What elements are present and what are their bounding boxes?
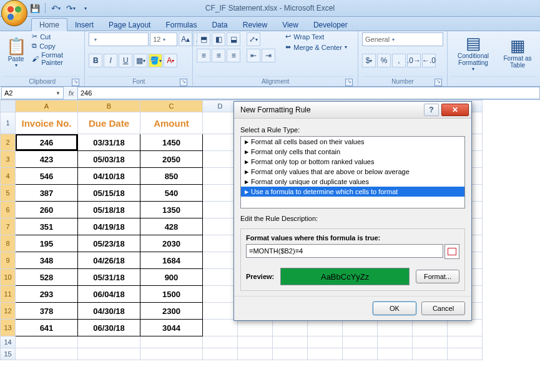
cell[interactable] bbox=[16, 348, 78, 360]
name-box[interactable]: A2 ▼ bbox=[1, 87, 64, 99]
conditional-formatting-button[interactable]: ▤ Conditional Formatting▾ bbox=[451, 32, 495, 74]
number-format-combo[interactable]: General▾ bbox=[362, 32, 443, 46]
cell[interactable]: 246 bbox=[16, 134, 78, 151]
cell[interactable] bbox=[413, 320, 448, 336]
cell[interactable]: 05/03/18 bbox=[78, 151, 140, 168]
tab-home[interactable]: Home bbox=[31, 18, 67, 31]
row-header[interactable]: 8 bbox=[1, 235, 16, 252]
row-header[interactable]: 4 bbox=[1, 168, 16, 185]
cell[interactable] bbox=[203, 303, 238, 320]
cell[interactable]: 03/31/18 bbox=[78, 134, 140, 151]
italic-button[interactable]: I bbox=[104, 54, 117, 67]
tab-view[interactable]: View bbox=[275, 19, 306, 31]
orientation-icon[interactable]: ⤢▾ bbox=[247, 32, 260, 46]
paste-button[interactable]: 📋 Paste ▾ bbox=[4, 32, 28, 74]
cell[interactable] bbox=[413, 348, 448, 360]
cell[interactable]: 2030 bbox=[140, 235, 203, 252]
row-header[interactable]: 13 bbox=[1, 320, 16, 336]
cell[interactable] bbox=[273, 320, 308, 336]
cell[interactable]: 260 bbox=[16, 202, 78, 218]
select-all-corner[interactable] bbox=[1, 100, 16, 112]
dialog-titlebar[interactable]: New Formatting Rule ? ✕ bbox=[234, 102, 471, 119]
tab-developer[interactable]: Developer bbox=[306, 19, 355, 31]
cell[interactable]: 850 bbox=[140, 168, 203, 185]
cell[interactable]: 351 bbox=[16, 218, 78, 235]
row-header[interactable]: 9 bbox=[1, 252, 16, 269]
cell[interactable] bbox=[203, 202, 238, 218]
row-header[interactable]: 5 bbox=[1, 185, 16, 202]
cut-button[interactable]: ✂Cut bbox=[32, 32, 81, 41]
rule-type-item[interactable]: ▶Use a formula to determine which cells … bbox=[241, 187, 464, 197]
fx-icon[interactable]: fx bbox=[65, 89, 77, 97]
align-left-icon[interactable]: ≡ bbox=[197, 49, 210, 62]
cell[interactable]: 900 bbox=[140, 269, 203, 286]
cell[interactable]: 1684 bbox=[140, 252, 203, 269]
cell[interactable]: 05/31/18 bbox=[78, 269, 140, 286]
merge-center-button[interactable]: ⬌Merge & Center ▾ bbox=[285, 43, 347, 51]
format-painter-button[interactable]: 🖌Format Painter bbox=[32, 51, 81, 66]
cell[interactable] bbox=[203, 252, 238, 269]
cell[interactable] bbox=[343, 320, 378, 336]
help-icon[interactable]: ? bbox=[424, 104, 439, 116]
header-cell[interactable]: Invoice No. bbox=[16, 112, 78, 134]
font-family-combo[interactable]: ▾ bbox=[89, 32, 149, 46]
close-icon[interactable]: ✕ bbox=[441, 104, 469, 116]
cell[interactable]: 293 bbox=[16, 286, 78, 303]
cell[interactable]: 04/19/18 bbox=[78, 218, 140, 235]
align-center-icon[interactable]: ≡ bbox=[212, 49, 225, 62]
cell[interactable] bbox=[203, 112, 238, 134]
cell[interactable]: 528 bbox=[16, 269, 78, 286]
format-button[interactable]: Format... bbox=[416, 270, 459, 283]
copy-button[interactable]: ⧉Copy bbox=[32, 42, 81, 50]
cell[interactable]: 04/30/18 bbox=[78, 303, 140, 320]
row-header[interactable]: 7 bbox=[1, 218, 16, 235]
header-cell[interactable]: Amount bbox=[140, 112, 203, 134]
cell[interactable]: 3044 bbox=[140, 320, 203, 336]
cell[interactable] bbox=[273, 336, 308, 348]
cell[interactable] bbox=[203, 336, 238, 348]
font-color-button[interactable]: A▾ bbox=[164, 54, 177, 67]
cell[interactable] bbox=[343, 336, 378, 348]
column-header[interactable]: C bbox=[140, 100, 203, 112]
cell[interactable] bbox=[78, 348, 140, 360]
cell[interactable] bbox=[378, 348, 413, 360]
rule-type-item[interactable]: ▶Format only cells that contain bbox=[241, 147, 464, 157]
cell[interactable]: 195 bbox=[16, 235, 78, 252]
cell[interactable]: 348 bbox=[16, 252, 78, 269]
row-header[interactable]: 12 bbox=[1, 303, 16, 320]
dialog-launcher-icon[interactable]: ↘ bbox=[72, 79, 79, 86]
cell[interactable]: 540 bbox=[140, 185, 203, 202]
bold-button[interactable]: B bbox=[89, 54, 102, 67]
row-header[interactable]: 2 bbox=[1, 134, 16, 151]
tab-insert[interactable]: Insert bbox=[67, 19, 101, 31]
cell[interactable]: 04/26/18 bbox=[78, 252, 140, 269]
tab-formulas[interactable]: Formulas bbox=[158, 19, 204, 31]
rule-type-item[interactable]: ▶Format only top or bottom ranked values bbox=[241, 157, 464, 167]
cell[interactable]: 06/04/18 bbox=[78, 286, 140, 303]
cell[interactable]: 05/18/18 bbox=[78, 202, 140, 218]
cancel-button[interactable]: Cancel bbox=[421, 301, 465, 315]
rule-type-list[interactable]: ▶Format all cells based on their values▶… bbox=[240, 136, 465, 208]
align-top-icon[interactable]: ⬒ bbox=[197, 32, 210, 46]
underline-button[interactable]: U bbox=[119, 54, 132, 67]
cell[interactable]: 05/23/18 bbox=[78, 235, 140, 252]
cell[interactable]: 1350 bbox=[140, 202, 203, 218]
column-header[interactable]: D bbox=[203, 100, 238, 112]
cell[interactable] bbox=[238, 336, 273, 348]
tab-page-layout[interactable]: Page Layout bbox=[101, 19, 158, 31]
border-button[interactable]: ▦▾ bbox=[134, 54, 147, 67]
formula-input[interactable]: 246 bbox=[77, 87, 540, 99]
cell[interactable]: 2050 bbox=[140, 151, 203, 168]
cell[interactable] bbox=[140, 348, 203, 360]
percent-icon[interactable]: % bbox=[377, 54, 391, 67]
office-button[interactable] bbox=[1, 0, 27, 26]
cell[interactable] bbox=[343, 348, 378, 360]
cell[interactable] bbox=[203, 348, 238, 360]
font-size-combo[interactable]: 12▾ bbox=[150, 32, 177, 46]
cell[interactable]: 2300 bbox=[140, 303, 203, 320]
cell[interactable] bbox=[203, 185, 238, 202]
cell[interactable]: 387 bbox=[16, 185, 78, 202]
cell[interactable] bbox=[308, 320, 343, 336]
dialog-launcher-icon[interactable]: ↘ bbox=[180, 79, 187, 86]
row-header[interactable]: 15 bbox=[1, 348, 16, 360]
